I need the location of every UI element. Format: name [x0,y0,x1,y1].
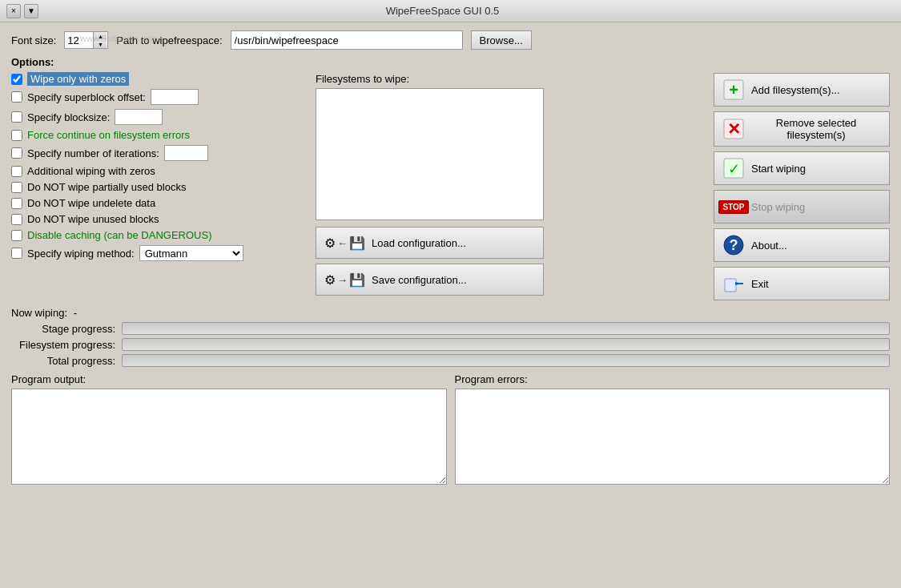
blocksize-input[interactable] [115,109,163,125]
svg-text:✓: ✓ [728,161,740,177]
option-add-zeros: Additional wiping with zeros [11,165,300,177]
no-undelete-label[interactable]: Do NOT wipe undelete data [27,197,155,209]
no-partial-label[interactable]: Do NOT wipe partially used blocks [27,181,186,193]
wipe-method-label[interactable]: Specify wiping method: [27,248,135,260]
wipe-method-checkbox[interactable] [11,248,22,259]
no-undelete-checkbox[interactable] [11,198,22,209]
about-button[interactable]: ? About... [714,228,890,262]
exit-icon [722,272,745,295]
iterations-checkbox[interactable] [11,147,22,159]
options-area: Wipe only with zeros Specify superblock … [11,73,890,300]
config-buttons: ⚙ ← 💾 Load configuration... ⚙ → 💾 [316,227,706,296]
force-continue-label[interactable]: Force continue on filesystem errors [27,129,190,141]
start-wiping-icon: ✓ [722,157,745,179]
superblock-checkbox[interactable] [11,91,22,103]
right-area: Filesystems to wipe: ⚙ ← 💾 Load configur… [316,73,890,300]
svg-text:?: ? [730,237,738,253]
action-buttons: + Add filesystem(s)... ✕ Remove selected… [714,73,890,300]
svg-rect-8 [725,279,736,292]
now-wiping-value: - [74,307,77,319]
program-output-label: Program output: [11,373,447,385]
wipe-zeros-label[interactable]: Wipe only with zeros [27,73,129,85]
about-icon-svg: ? [722,234,745,256]
no-unused-checkbox[interactable] [11,214,22,225]
program-output-textarea[interactable] [11,389,447,485]
exit-icon-svg [722,272,745,295]
total-progress-row: Total progress: [11,354,890,367]
add-filesystem-icon: + [722,79,745,101]
disable-caching-checkbox[interactable] [11,230,22,241]
total-progress-bar [122,354,890,367]
option-superblock: Specify superblock offset: [11,89,300,105]
svg-text:✕: ✕ [727,120,741,138]
filesystem-progress-bar [122,338,890,351]
wipe-method-select[interactable]: Gutmann Random DoD [139,245,243,261]
options-label: Options: [11,56,890,68]
stop-icon-text: STOP [718,200,748,214]
filesystems-label: Filesystems to wipe: [316,73,706,85]
stop-wiping-button[interactable]: STOP Stop wiping [714,190,890,224]
option-no-unused: Do NOT wipe unused blocks [11,213,300,225]
no-partial-checkbox[interactable] [11,182,22,193]
wipe-zeros-checkbox[interactable] [11,74,22,85]
close-button[interactable]: × [6,4,21,18]
load-config-label: Load configuration... [372,237,466,249]
no-unused-label[interactable]: Do NOT wipe unused blocks [27,213,159,225]
iterations-input[interactable] [164,145,208,161]
disable-caching-label[interactable]: Disable caching (can be DANGEROUS) [27,229,211,241]
watermark: www.Softpedia.com [80,34,158,43]
blocksize-checkbox[interactable] [11,111,22,123]
browse-button[interactable]: Browse... [471,30,532,50]
about-icon: ? [722,234,745,256]
title-text: WipeFreeSpace GUI 0.5 [386,5,500,17]
now-wiping-label: Now wiping: [11,307,67,319]
add-zeros-label[interactable]: Additional wiping with zeros [27,165,155,177]
stage-progress-row: Stage progress: [11,322,890,335]
filesystem-progress-label: Filesystem progress: [11,339,115,351]
filesystem-progress-row: Filesystem progress: [11,338,890,351]
add-zeros-checkbox[interactable] [11,166,22,177]
stop-wiping-icon: STOP [722,195,745,218]
disable-caching-text: Disable caching (can be DANGEROUS) [27,229,211,241]
remove-filesystem-label: Remove selected filesystem(s) [751,117,881,141]
save-config-button[interactable]: ⚙ → 💾 Save configuration... [316,264,544,296]
program-output-block: Program output: [11,373,447,487]
option-wipe-zeros: Wipe only with zeros [11,73,300,85]
force-continue-checkbox[interactable] [11,130,22,141]
superblock-input[interactable] [151,89,199,105]
blocksize-label[interactable]: Specify blocksize: [27,111,110,123]
superblock-label[interactable]: Specify superblock offset: [27,91,146,103]
total-progress-label: Total progress: [11,355,115,367]
svg-text:+: + [729,81,738,99]
wipe-zeros-text: Wipe only with zeros [27,72,129,86]
font-size-label: Font size: [11,34,56,46]
about-label: About... [751,240,787,252]
add-icon-svg: + [722,79,745,101]
filesystems-list[interactable] [316,88,544,220]
minimize-button[interactable]: ▼ [24,4,38,18]
exit-label: Exit [751,278,769,290]
option-no-partial: Do NOT wipe partially used blocks [11,181,300,193]
main-content: Font size: ▲ ▼ Path to wipefreespace: Br… [0,22,901,495]
stage-progress-label: Stage progress: [11,323,115,335]
program-errors-label: Program errors: [455,373,891,385]
remove-icon-svg: ✕ [722,118,745,140]
add-filesystem-button[interactable]: + Add filesystem(s)... [714,73,890,107]
left-options: Wipe only with zeros Specify superblock … [11,73,300,300]
load-config-button[interactable]: ⚙ ← 💾 Load configuration... [316,227,544,259]
remove-filesystem-icon: ✕ [722,118,745,140]
program-errors-block: Program errors: [455,373,891,487]
iterations-label[interactable]: Specify number of iterations: [27,147,159,159]
remove-filesystem-button[interactable]: ✕ Remove selected filesystem(s) [714,111,890,147]
exit-button[interactable]: Exit [714,267,890,300]
save-config-label: Save configuration... [372,274,467,286]
output-area: Program output: Program errors: [11,373,890,487]
start-wiping-button[interactable]: ✓ Start wiping [714,151,890,185]
start-icon-svg: ✓ [722,157,745,179]
option-wipe-method: Specify wiping method: Gutmann Random Do… [11,245,300,261]
path-input[interactable] [231,30,463,50]
force-continue-text: Force continue on filesystem errors [27,129,190,141]
option-disable-caching: Disable caching (can be DANGEROUS) [11,229,300,241]
program-errors-textarea[interactable] [455,389,891,485]
title-bar-buttons[interactable]: × ▼ [6,4,38,18]
